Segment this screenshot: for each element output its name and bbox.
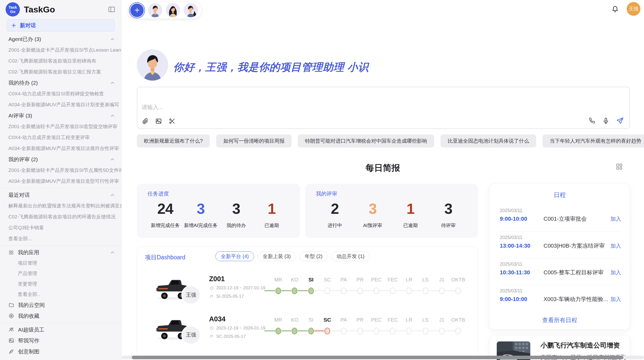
sidebar-item[interactable]: C0X4-动力总成开发项目工程变更评审 bbox=[0, 132, 121, 143]
sidebar-item[interactable]: A034-全新新能源MUV产品开发项目计划变更表编写 bbox=[0, 99, 121, 110]
schedule-list: 2025/03/11 9:00-10:00 C001-立项审批会 加入 2025… bbox=[500, 205, 621, 311]
sidebar-section-tasks-2[interactable]: AI评审 (3) bbox=[0, 110, 121, 121]
plus-icon bbox=[134, 7, 140, 13]
stat-label: AI预评审 bbox=[354, 222, 392, 229]
sidebar-item-folder[interactable]: 我的云空间 bbox=[0, 299, 121, 310]
sidebar-item[interactable]: 项目管理 bbox=[0, 258, 121, 268]
stat-label: 我的待办 bbox=[218, 222, 254, 229]
logo-text-top: Task bbox=[8, 5, 17, 9]
milestone-label: J1 bbox=[434, 277, 450, 284]
milestone-OKTB: OKTB bbox=[450, 317, 466, 334]
sidebar-item[interactable]: Z001-全新燃油轻卡产品开发项目SI节点属性5D文件评审 bbox=[0, 165, 121, 176]
dashboard-filter-pill[interactable]: 年型 (2) bbox=[299, 251, 328, 261]
sidebar-item[interactable]: 查看全部.. bbox=[0, 289, 121, 299]
suggestion-chip-1[interactable]: 欧洲新规最近颁布了什么? bbox=[137, 134, 210, 147]
sidebar-section-tasks-0[interactable]: Agent已办 (3) bbox=[0, 34, 121, 44]
stat-card-title: 我的评审 bbox=[316, 190, 467, 197]
event-name: X003-车辆动力学性能验... bbox=[544, 295, 610, 303]
horizontal-scrollbar-track[interactable] bbox=[122, 356, 644, 359]
milestone-node bbox=[292, 288, 297, 294]
sidebar-item[interactable]: 变更管理 bbox=[0, 279, 121, 289]
sidebar-item[interactable]: C0X4-动力总成开发项目SI里程碑提交物检查 bbox=[0, 88, 121, 99]
milestone-LR: LR bbox=[401, 277, 417, 294]
sidebar-item[interactable]: A034-全新新能源MUV产品开发项目造型可行性评审 bbox=[0, 176, 121, 187]
event-name: C001-立项审批会 bbox=[544, 215, 610, 223]
horizontal-scrollbar-thumb[interactable] bbox=[132, 356, 623, 359]
agent-avatar-2[interactable] bbox=[166, 3, 180, 17]
milestone-node bbox=[292, 328, 297, 334]
sidebar-section-tasks-3[interactable]: 我的评审 (2) bbox=[0, 154, 121, 165]
briefing-layout-icon[interactable] bbox=[615, 163, 623, 171]
add-agent-button[interactable] bbox=[129, 3, 144, 18]
sidebar-collapse-icon[interactable] bbox=[108, 5, 116, 13]
suggestion-chip-2[interactable]: 如何写一份清晰的项目周报 bbox=[216, 134, 291, 147]
new-chat-button[interactable]: 新对话 bbox=[7, 19, 115, 32]
people-icon bbox=[8, 327, 14, 333]
notification-bell-icon[interactable] bbox=[611, 5, 619, 13]
sidebar-item[interactable]: Z001-全新燃油轻卡产品开发项目SI造型提交物评审 bbox=[0, 121, 121, 132]
chevron-up-icon bbox=[110, 113, 115, 118]
stat-value: 1 bbox=[392, 200, 430, 217]
phone-call-icon[interactable] bbox=[589, 117, 596, 124]
dashboard-filter-pill[interactable]: 全新上装 (3) bbox=[257, 251, 296, 261]
sidebar-item[interactable]: 公司Q3轻卡销量 bbox=[0, 222, 121, 233]
milestone-label: LS bbox=[417, 277, 434, 284]
event-join-link[interactable]: 加入 bbox=[610, 269, 621, 276]
project-row-Z001[interactable]: 王强 Z001 2023-12-19 ~ 2027-01-19 SI-2025-… bbox=[137, 274, 478, 313]
milestone-FEC: FEC bbox=[385, 317, 401, 334]
stat-value: 3 bbox=[218, 200, 254, 217]
event-join-link[interactable]: 加入 bbox=[610, 296, 621, 303]
grid-icon bbox=[8, 250, 14, 255]
chat-composer[interactable]: 请输入... bbox=[137, 87, 630, 129]
milestone-label: J1 bbox=[434, 317, 450, 324]
sidebar-item[interactable]: C02-飞腾新能源轻客改款项目里程碑画布 bbox=[0, 55, 121, 66]
sidebar-section-recent[interactable]: 最近对话 bbox=[0, 189, 121, 200]
milestone-PR: PR bbox=[352, 317, 368, 334]
milestone-LR: LR bbox=[401, 317, 417, 334]
scissors-icon[interactable] bbox=[169, 118, 175, 125]
milestone-node bbox=[357, 288, 363, 294]
sidebar-tool-image[interactable]: 帮我写作 bbox=[0, 335, 121, 346]
sidebar-item[interactable]: C02-飞腾新能源轻客改款项目的闭环通告反馈情况 bbox=[0, 211, 121, 222]
sidebar-section-tasks-1[interactable]: 我的待办 (2) bbox=[0, 77, 121, 88]
sidebar-item[interactable]: 解释最新出台的欧盟报废车法规再生塑料比例被调至15%... bbox=[0, 200, 121, 211]
event-join-link[interactable]: 加入 bbox=[610, 242, 621, 249]
send-icon[interactable] bbox=[616, 117, 624, 125]
milestone-label: KO bbox=[286, 317, 303, 324]
suggestion-chip-5[interactable]: 当下年轻人对汽车外观有怎样的喜好趋势 bbox=[543, 134, 644, 147]
plus-icon bbox=[11, 23, 17, 28]
chevron-up-icon bbox=[110, 250, 115, 255]
stat-value: 3 bbox=[354, 200, 392, 217]
image-upload-icon[interactable] bbox=[155, 118, 162, 125]
microphone-icon[interactable] bbox=[602, 117, 609, 124]
agent-avatar-1[interactable] bbox=[148, 3, 162, 17]
suggestion-chip-4[interactable]: 比亚迪全固态电池计划具体说了什么 bbox=[441, 134, 536, 147]
milestone-KO: KO bbox=[286, 277, 303, 294]
sidebar-section-my-apps[interactable]: 我的应用 bbox=[0, 247, 121, 258]
milestone-node bbox=[423, 328, 428, 334]
project-row-A034[interactable]: 王强 A034 2023-12-19 ~ 2026-01-19 SC-2025-… bbox=[137, 314, 478, 354]
project-code: A034 bbox=[209, 315, 226, 323]
sidebar-item[interactable]: C02-飞腾新能源轻客改款项目立项汇报方案 bbox=[0, 66, 121, 77]
sidebar-tool-pen[interactable]: 创意制图 bbox=[0, 346, 121, 357]
suggestion-chip-3[interactable]: 特朗普可能对进口汽车增税会对中国车企造成哪些影响 bbox=[298, 134, 434, 147]
sidebar-item[interactable]: A034-全新新能源MUV产品开发项目法规符合性评审 bbox=[0, 143, 121, 154]
event-join-link[interactable]: 加入 bbox=[610, 215, 621, 222]
schedule-event: 2025/03/11 9:00-10:00 X003-车辆动力学性能验... 加… bbox=[500, 285, 621, 311]
sidebar-tool-people[interactable]: AI超级员工 bbox=[0, 324, 121, 335]
milestone-node bbox=[455, 288, 461, 294]
new-chat-label: 新对话 bbox=[20, 22, 36, 29]
sidebar-item[interactable]: 查看全部... bbox=[0, 233, 121, 244]
user-avatar[interactable]: 王强 bbox=[627, 2, 640, 16]
view-all-schedule-link[interactable]: 查看所有日程 bbox=[490, 316, 630, 324]
dashboard-filter-pill[interactable]: 动总开发 (1) bbox=[331, 251, 370, 261]
agent-avatar-3[interactable] bbox=[184, 3, 198, 17]
dashboard-filter-pill[interactable]: 全新平台 (4) bbox=[215, 251, 254, 261]
sidebar-item[interactable]: Z001-全新燃油皮卡产品开发项目SI节点Lesson Learn报告 bbox=[0, 44, 121, 55]
attachment-icon[interactable] bbox=[142, 118, 149, 125]
sidebar-item[interactable]: 产品管理 bbox=[0, 268, 121, 279]
sidebar-item-badge[interactable]: 我的收藏 bbox=[0, 310, 121, 321]
divider bbox=[0, 188, 121, 188]
image-icon bbox=[8, 338, 14, 343]
sidebar-item-label: 我的云空间 bbox=[18, 302, 45, 309]
